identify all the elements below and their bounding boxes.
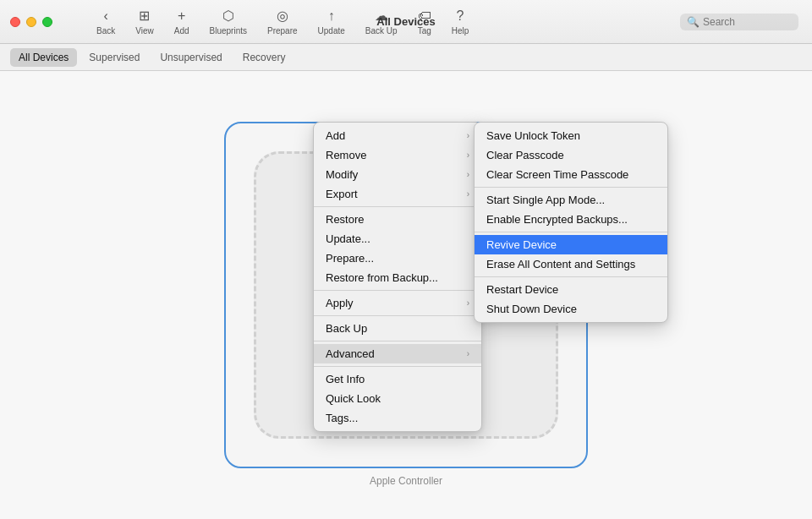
- toolbar-update[interactable]: ↑ Update: [308, 5, 355, 39]
- submenu-enable-encrypted[interactable]: Enable Encrypted Backups...: [475, 210, 667, 229]
- menu-item-add-label: Add: [326, 129, 345, 142]
- menu-item-remove[interactable]: Remove ›: [314, 145, 481, 165]
- search-input[interactable]: [703, 16, 796, 28]
- tab-supervised[interactable]: Supervised: [80, 48, 148, 67]
- chevron-right-icon: ›: [467, 150, 469, 160]
- submenu-single-app-label: Start Single App Mode...: [486, 194, 605, 206]
- menu-item-remove-label: Remove: [326, 149, 366, 161]
- menu-item-get-info-label: Get Info: [326, 373, 365, 385]
- submenu-erase-content-label: Erase All Content and Settings: [486, 258, 635, 270]
- menu-item-tags[interactable]: Tags...: [314, 408, 481, 428]
- back-icon: ‹: [103, 8, 107, 24]
- menu-item-get-info[interactable]: Get Info: [314, 369, 481, 389]
- minimize-button[interactable]: [26, 17, 36, 27]
- menu-item-restore-backup[interactable]: Restore from Backup...: [314, 268, 481, 287]
- search-icon: 🔍: [687, 16, 700, 28]
- menu-item-export[interactable]: Export ›: [314, 184, 481, 204]
- submenu-save-unlock[interactable]: Save Unlock Token: [475, 126, 667, 145]
- menu-item-modify-label: Modify: [326, 168, 358, 181]
- submenu-restart-device-label: Restart Device: [486, 283, 558, 296]
- main-content: DFU Apple Controller Add › Remove › Modi…: [0, 71, 812, 519]
- chevron-right-icon: ›: [467, 170, 469, 179]
- submenu-shut-down-label: Shut Down Device: [486, 303, 577, 315]
- submenu-clear-passcode-label: Clear Passcode: [486, 149, 564, 161]
- submenu-save-unlock-label: Save Unlock Token: [486, 129, 580, 142]
- menu-item-backup-label: Back Up: [326, 322, 367, 335]
- menu-separator: [314, 206, 481, 207]
- menu-separator: [314, 315, 481, 316]
- menu-item-update-label: Update...: [326, 232, 370, 245]
- traffic-lights: [10, 17, 52, 27]
- menu-item-export-label: Export: [326, 188, 358, 200]
- submenu-separator: [475, 187, 667, 188]
- menu-item-quick-look-label: Quick Look: [326, 392, 381, 405]
- submenu-restart-device[interactable]: Restart Device: [475, 280, 667, 299]
- submenu-single-app[interactable]: Start Single App Mode...: [475, 190, 667, 210]
- menu-separator: [314, 341, 481, 341]
- device-name-label: Apple Controller: [370, 475, 442, 487]
- tab-all-devices[interactable]: All Devices: [10, 48, 77, 67]
- menu-item-prepare-label: Prepare...: [326, 252, 374, 265]
- toolbar-help-label: Help: [452, 26, 469, 36]
- context-menu: Add › Remove › Modify › Export › Restore…: [313, 122, 482, 432]
- menu-item-restore-label: Restore: [326, 213, 365, 226]
- toolbar-update-label: Update: [318, 26, 345, 36]
- search-area[interactable]: 🔍: [680, 14, 798, 30]
- toolbar-prepare[interactable]: ◎ Prepare: [257, 4, 308, 39]
- menu-item-prepare[interactable]: Prepare...: [314, 249, 481, 268]
- tabbar: All Devices Supervised Unsupervised Reco…: [0, 44, 812, 71]
- menu-item-advanced[interactable]: Advanced ›: [314, 344, 481, 363]
- chevron-right-icon: ›: [467, 349, 469, 358]
- menu-item-modify[interactable]: Modify ›: [314, 165, 481, 184]
- submenu-clear-passcode[interactable]: Clear Passcode: [475, 145, 667, 165]
- update-icon: ↑: [328, 8, 335, 24]
- toolbar-back[interactable]: ‹ Back: [86, 5, 125, 39]
- toolbar-blueprints-label: Blueprints: [210, 26, 247, 36]
- view-icon: ⊞: [139, 8, 150, 24]
- tab-recovery[interactable]: Recovery: [234, 48, 294, 67]
- menu-item-restore-backup-label: Restore from Backup...: [326, 271, 438, 284]
- blueprints-icon: ⬡: [222, 8, 234, 24]
- submenu-shut-down[interactable]: Shut Down Device: [475, 299, 667, 319]
- window-title: All Devices: [376, 15, 435, 28]
- close-button[interactable]: [10, 17, 20, 27]
- chevron-right-icon: ›: [467, 189, 469, 199]
- titlebar: ‹ Back ⊞ View + Add ⬡ Blueprints ◎ Prepa…: [0, 0, 812, 44]
- toolbar-help[interactable]: ? Help: [442, 5, 480, 39]
- menu-item-apply[interactable]: Apply ›: [314, 293, 481, 313]
- menu-item-restore[interactable]: Restore: [314, 210, 481, 229]
- prepare-icon: ◎: [277, 8, 288, 24]
- toolbar-prepare-label: Prepare: [267, 26, 298, 36]
- submenu-enable-encrypted-label: Enable Encrypted Backups...: [486, 213, 628, 226]
- menu-item-quick-look[interactable]: Quick Look: [314, 389, 481, 408]
- submenu-separator: [475, 276, 667, 277]
- toolbar-view[interactable]: ⊞ View: [125, 4, 164, 39]
- menu-item-tags-label: Tags...: [326, 412, 358, 424]
- submenu-separator: [475, 232, 667, 232]
- menu-separator: [314, 366, 481, 367]
- menu-item-backup[interactable]: Back Up: [314, 319, 481, 338]
- toolbar-add[interactable]: + Add: [164, 5, 200, 39]
- menu-item-update[interactable]: Update...: [314, 229, 481, 249]
- toolbar-back-label: Back: [96, 26, 115, 36]
- tab-unsupervised[interactable]: Unsupervised: [151, 48, 230, 67]
- submenu-advanced: Save Unlock Token Clear Passcode Clear S…: [474, 122, 668, 323]
- submenu-erase-content[interactable]: Erase All Content and Settings: [475, 254, 667, 274]
- toolbar-view-label: View: [135, 26, 154, 36]
- menu-item-advanced-label: Advanced: [326, 347, 375, 360]
- submenu-revive-device-label: Revive Device: [486, 238, 557, 251]
- menu-item-add[interactable]: Add ›: [314, 126, 481, 145]
- maximize-button[interactable]: [42, 17, 52, 27]
- menu-separator: [314, 290, 481, 291]
- chevron-right-icon: ›: [467, 298, 469, 308]
- chevron-right-icon: ›: [467, 131, 469, 140]
- toolbar-blueprints[interactable]: ⬡ Blueprints: [200, 4, 257, 39]
- submenu-clear-screen-time-label: Clear Screen Time Passcode: [486, 168, 628, 181]
- help-icon: ?: [457, 8, 464, 24]
- add-icon: +: [178, 8, 185, 24]
- menu-item-apply-label: Apply: [326, 297, 354, 309]
- submenu-clear-screen-time[interactable]: Clear Screen Time Passcode: [475, 165, 667, 184]
- submenu-revive-device[interactable]: Revive Device: [475, 235, 667, 254]
- toolbar-add-label: Add: [174, 26, 189, 36]
